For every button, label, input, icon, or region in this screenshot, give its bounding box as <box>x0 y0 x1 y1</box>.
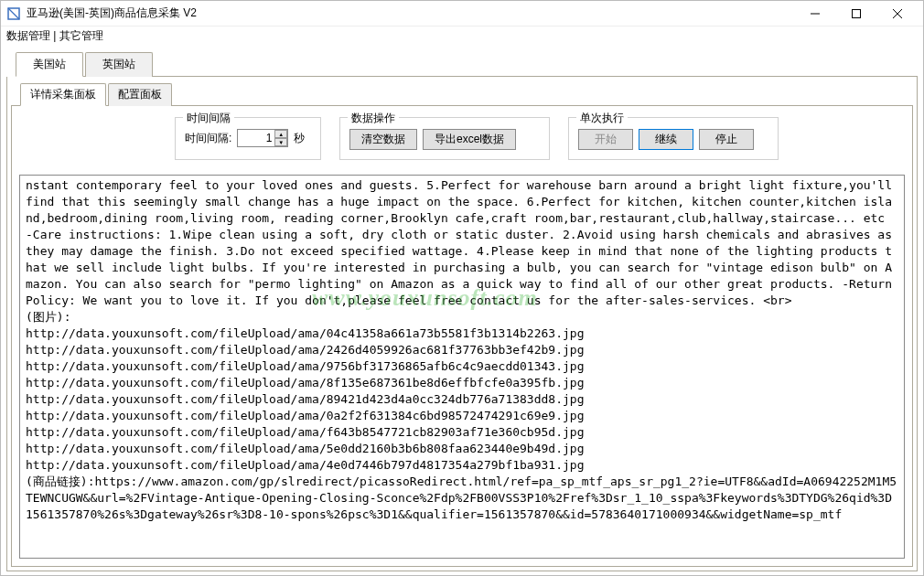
spinner-down-button[interactable]: ▼ <box>274 138 287 146</box>
close-button[interactable] <box>876 1 918 27</box>
title-bar: 亚马逊(美国-英国)商品信息采集 V2 <box>1 1 923 27</box>
interval-spinner[interactable]: ▲ ▼ <box>237 129 288 147</box>
tab-detail-panel[interactable]: 详情采集面板 <box>20 83 106 106</box>
start-button[interactable]: 开始 <box>578 129 633 150</box>
maximize-button[interactable] <box>835 1 876 27</box>
svg-rect-2 <box>852 9 860 17</box>
tab-uk-site[interactable]: 英国站 <box>85 52 153 77</box>
window-controls <box>794 1 918 27</box>
group-single-run: 单次执行 开始 继续 停止 <box>568 117 779 160</box>
log-textarea[interactable]: nstant contemporary feel to your loved o… <box>19 175 905 559</box>
group-interval-title: 时间间隔 <box>183 111 234 126</box>
panel-tab-strip: 详情采集面板 配置面板 <box>20 82 913 105</box>
group-data-operation: 数据操作 清空数据 导出excel数据 <box>339 117 550 160</box>
clear-data-button[interactable]: 清空数据 <box>349 129 417 150</box>
app-icon <box>6 6 21 21</box>
group-interval: 时间间隔 时间间隔: ▲ ▼ 秒 <box>175 117 321 160</box>
menu-other-management[interactable]: 其它管理 <box>59 29 103 42</box>
tab-config-panel[interactable]: 配置面板 <box>108 83 172 106</box>
export-excel-button[interactable]: 导出excel数据 <box>423 129 516 150</box>
controls-row: 时间间隔 时间间隔: ▲ ▼ 秒 数据操作 <box>19 113 905 169</box>
panel-tab-body: 时间间隔 时间间隔: ▲ ▼ 秒 数据操作 <box>11 105 913 567</box>
stop-button[interactable]: 停止 <box>699 129 754 150</box>
site-tab-body: 详情采集面板 配置面板 时间间隔 时间间隔: ▲ ▼ <box>6 77 918 571</box>
tab-us-site[interactable]: 美国站 <box>16 52 83 77</box>
spinner-buttons: ▲ ▼ <box>274 130 287 146</box>
spinner-up-button[interactable]: ▲ <box>274 130 287 138</box>
group-dataop-title: 数据操作 <box>348 111 399 126</box>
interval-label: 时间间隔: <box>185 131 231 146</box>
main-area: 美国站 英国站 详情采集面板 配置面板 时间间隔 时间间隔: ▲ ▼ <box>1 48 923 575</box>
interval-input[interactable] <box>238 130 274 146</box>
menu-bar: 数据管理 | 其它管理 <box>1 27 923 48</box>
group-single-title: 单次执行 <box>576 111 628 126</box>
menu-separator: | <box>50 29 59 42</box>
continue-button[interactable]: 继续 <box>639 129 693 150</box>
menu-data-management[interactable]: 数据管理 <box>6 29 50 42</box>
site-tab-strip: 美国站 英国站 <box>16 51 918 77</box>
interval-unit: 秒 <box>294 131 305 146</box>
window-title: 亚马逊(美国-英国)商品信息采集 V2 <box>27 5 794 21</box>
minimize-button[interactable] <box>794 1 835 27</box>
